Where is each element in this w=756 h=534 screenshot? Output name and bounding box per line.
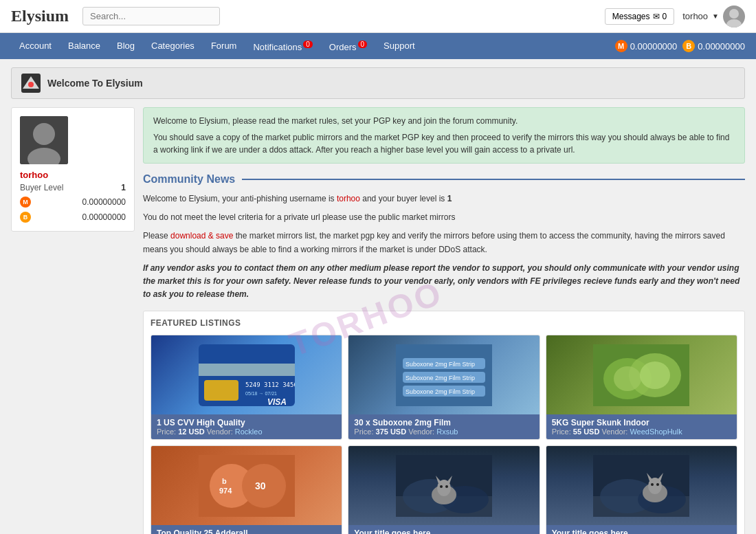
nav-orders[interactable]: Orders0 bbox=[321, 32, 375, 60]
listing-card[interactable]: Your title goes here Price: 0 USD bbox=[546, 445, 737, 534]
listing-image-wolf bbox=[348, 446, 539, 525]
navbar-crypto: M 0.00000000 B 0.00000000 bbox=[615, 40, 745, 52]
news-paragraph1: Welcome to Elysium, your anti-phishing u… bbox=[143, 192, 745, 205]
listing-price-row: Price: 55 USD Vendor: WeedShopHulk bbox=[552, 427, 731, 436]
svg-text:5249 3112 3456 7890: 5249 3112 3456 7890 bbox=[245, 381, 295, 388]
listing-price-row: Price: 12 USD Vendor: Rockleo bbox=[157, 427, 336, 436]
main-content: Welcome to Elysium, please read the mark… bbox=[143, 107, 745, 534]
svg-text:05/18 → 07/21: 05/18 → 07/21 bbox=[245, 391, 277, 396]
envelope-icon: ✉ bbox=[653, 12, 660, 21]
svg-text:974: 974 bbox=[219, 487, 232, 495]
chevron-down-icon: ▼ bbox=[712, 12, 719, 20]
sidebar-monero-icon: M bbox=[20, 197, 31, 208]
listing-vendor: Rockleo bbox=[235, 427, 263, 436]
listing-info: 1 US CVV High Quality Price: 12 USD Vend… bbox=[151, 414, 342, 439]
listing-price: 55 USD bbox=[573, 427, 600, 436]
svg-point-41 bbox=[445, 485, 448, 488]
svg-point-40 bbox=[440, 485, 443, 488]
listing-title: Your title goes here bbox=[552, 529, 731, 534]
listing-card[interactable]: b 974 30 Top Quality 25 Adderall Price: … bbox=[151, 445, 342, 534]
news-paragraph3: Please download & save the market mirror… bbox=[143, 230, 745, 256]
listing-card[interactable]: 5249 3112 3456 7890 05/18 → 07/21 VISA 1… bbox=[151, 335, 342, 440]
svg-point-51 bbox=[656, 483, 659, 486]
listing-card[interactable]: 5KG Super Skunk Indoor Price: 55 USD Ven… bbox=[546, 335, 737, 440]
listing-image-visa: 5249 3112 3456 7890 05/18 → 07/21 VISA bbox=[151, 335, 342, 414]
svg-point-4 bbox=[28, 82, 34, 87]
svg-point-1 bbox=[726, 19, 742, 27]
navbar: Account Balance Blog Categories Forum No… bbox=[0, 33, 756, 59]
bitcoin-balance: B 0.00000000 bbox=[682, 40, 745, 52]
nav-support[interactable]: Support bbox=[375, 33, 423, 59]
sidebar-bitcoin-balance: 0.00000000 bbox=[82, 212, 126, 222]
user-menu[interactable]: torhoo ▼ bbox=[682, 5, 745, 27]
svg-text:Suboxone 2mg Film Strip: Suboxone 2mg Film Strip bbox=[405, 388, 475, 395]
vendor-label: Vendor: bbox=[408, 427, 434, 436]
svg-point-25 bbox=[640, 361, 670, 389]
listing-vendor: Rxsub bbox=[436, 427, 458, 436]
username-display: torhoo bbox=[682, 11, 708, 21]
listing-card[interactable]: Your title goes here Price: 0 USD bbox=[348, 445, 540, 534]
nav-balance[interactable]: Balance bbox=[60, 33, 109, 59]
featured-listings: FEATURED LISTINGS 5249 3112 3456 7890 bbox=[143, 311, 745, 534]
listing-vendor: WeedShopHulk bbox=[630, 427, 682, 436]
bitcoin-icon: B bbox=[682, 40, 695, 52]
messages-count: 0 bbox=[663, 12, 667, 21]
profile-card: torhoo Buyer Level 1 M 0.00000000 B 0.00… bbox=[11, 107, 135, 232]
buyer-level-row: Buyer Level 1 bbox=[20, 183, 126, 192]
svg-text:Suboxone 2mg Film Strip: Suboxone 2mg Film Strip bbox=[405, 375, 475, 381]
listings-grid: 5249 3112 3456 7890 05/18 → 07/21 VISA 1… bbox=[151, 335, 737, 534]
listing-image-adderall: b 974 30 bbox=[151, 446, 342, 525]
listing-info: Your title goes here Price: 0 USD bbox=[348, 525, 539, 534]
download-save-link[interactable]: download & save bbox=[170, 231, 233, 241]
search-input[interactable] bbox=[82, 7, 220, 25]
community-news-header: Community News bbox=[143, 173, 745, 186]
buyer-level-label: Buyer Level bbox=[20, 183, 63, 192]
nav-blog[interactable]: Blog bbox=[109, 33, 143, 59]
listing-title: 5KG Super Skunk Indoor bbox=[552, 418, 731, 427]
listing-image-suboxone: Suboxone 2mg Film Strip Suboxone 2mg Fil… bbox=[348, 335, 539, 414]
monero-amount: 0.00000000 bbox=[630, 41, 678, 52]
listing-info: 5KG Super Skunk Indoor Price: 55 USD Ven… bbox=[546, 414, 737, 439]
welcome-title: Welcome To Elysium bbox=[47, 78, 143, 89]
info-line1: Welcome to Elysium, please read the mark… bbox=[153, 115, 735, 127]
news-username-link[interactable]: torhoo bbox=[337, 194, 360, 203]
nav-notifications[interactable]: Notifications0 bbox=[245, 32, 320, 60]
listing-card[interactable]: Suboxone 2mg Film Strip Suboxone 2mg Fil… bbox=[348, 335, 540, 440]
listing-title: Top Quality 25 Adderall bbox=[157, 529, 336, 534]
svg-text:Suboxone 2mg Film Strip: Suboxone 2mg Film Strip bbox=[405, 361, 475, 368]
svg-point-0 bbox=[729, 9, 739, 19]
nav-categories[interactable]: Categories bbox=[143, 33, 203, 59]
svg-point-50 bbox=[651, 483, 654, 486]
vendor-label: Vendor: bbox=[207, 427, 233, 436]
listing-info: 30 x Suboxone 2mg Film Price: 375 USD Ve… bbox=[348, 414, 539, 439]
page-content: Welcome To Elysium TORHOO torhoo bbox=[0, 59, 756, 534]
welcome-icon bbox=[21, 74, 41, 93]
featured-header: FEATURED LISTINGS bbox=[151, 318, 737, 328]
community-news-title: Community News bbox=[143, 173, 235, 186]
sidebar-bitcoin-icon: B bbox=[20, 212, 31, 223]
messages-button[interactable]: Messages ✉ 0 bbox=[605, 8, 674, 25]
messages-label: Messages bbox=[612, 12, 650, 21]
header-right: Messages ✉ 0 torhoo ▼ bbox=[605, 5, 745, 27]
svg-rect-9 bbox=[199, 364, 295, 376]
avatar bbox=[723, 5, 745, 27]
listing-info: Your title goes here Price: 0 USD bbox=[546, 525, 737, 534]
listing-title: 30 x Suboxone 2mg Film bbox=[354, 418, 533, 427]
nav-account[interactable]: Account bbox=[11, 33, 60, 59]
community-news-divider bbox=[242, 179, 745, 180]
info-box: Welcome to Elysium, please read the mark… bbox=[143, 107, 745, 164]
profile-avatar bbox=[20, 116, 68, 164]
monero-icon: M bbox=[615, 40, 627, 52]
welcome-bar: Welcome To Elysium bbox=[11, 67, 745, 99]
sidebar: torhoo Buyer Level 1 M 0.00000000 B 0.00… bbox=[11, 107, 135, 534]
sidebar-monero-row: M 0.00000000 bbox=[20, 197, 126, 208]
community-news: Community News Welcome to Elysium, your … bbox=[143, 173, 745, 301]
profile-username[interactable]: torhoo bbox=[20, 170, 126, 180]
svg-point-6 bbox=[33, 123, 55, 145]
listing-title: 1 US CVV High Quality bbox=[157, 418, 336, 427]
nav-forum[interactable]: Forum bbox=[203, 33, 245, 59]
sidebar-monero-balance: 0.00000000 bbox=[82, 197, 126, 207]
notifications-badge: 0 bbox=[303, 41, 313, 48]
listing-info: Top Quality 25 Adderall Price: 80.00 USD… bbox=[151, 525, 342, 534]
monero-balance: M 0.00000000 bbox=[615, 40, 678, 52]
